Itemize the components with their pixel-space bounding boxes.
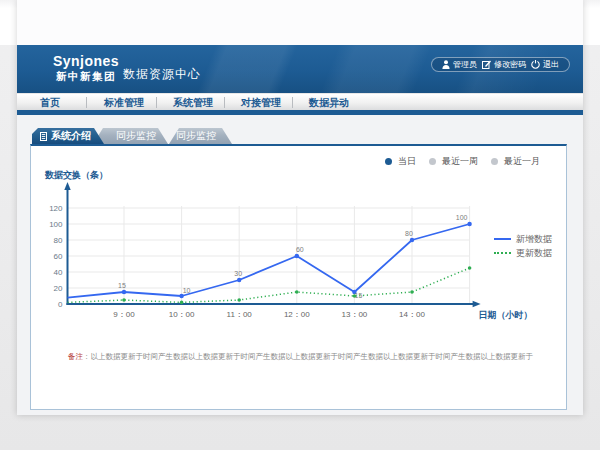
radio-dot-selected xyxy=(385,158,392,165)
nav-item-home[interactable]: 首页 xyxy=(40,94,60,111)
svg-text:120: 120 xyxy=(49,204,63,213)
logo-text-cn: 新中新集团 xyxy=(41,70,131,82)
nav-separator xyxy=(224,97,225,108)
radio-label: 当日 xyxy=(398,155,416,168)
svg-text:数据交换（条）: 数据交换（条） xyxy=(44,170,108,180)
radio-today[interactable]: 当日 xyxy=(385,155,416,168)
period-filter: 当日 最近一周 最近一月 xyxy=(372,155,540,168)
page: Synjones 新中新集团 数据资源中心 管理员 修改密码 xyxy=(17,0,583,415)
svg-text:40: 40 xyxy=(54,268,63,277)
chart-legend: 新增数据 更新数据 xyxy=(494,232,552,260)
tab-sync-monitor-2[interactable]: 同步监控 xyxy=(169,128,232,144)
line-chart: 0204060801001209：0010：0011：0012：0013：001… xyxy=(31,146,566,408)
svg-text:100: 100 xyxy=(456,214,468,221)
nav-item-system[interactable]: 系统管理 xyxy=(173,94,213,111)
svg-text:14：00: 14：00 xyxy=(399,310,425,319)
radio-dot xyxy=(491,158,498,165)
radio-label: 最近一周 xyxy=(442,155,478,168)
svg-text:20: 20 xyxy=(54,284,63,293)
legend-item-update-data: 更新数据 xyxy=(494,246,552,260)
radio-label: 最近一月 xyxy=(504,155,540,168)
nav-item-docking[interactable]: 对接管理 xyxy=(241,94,281,111)
nav-separator xyxy=(156,97,157,108)
logout-button[interactable]: 退出 xyxy=(531,59,559,70)
change-password-button[interactable]: 修改密码 xyxy=(482,59,526,70)
svg-text:10：00: 10：00 xyxy=(169,310,195,319)
document-icon xyxy=(40,132,47,141)
tab-system-intro[interactable]: 系统介绍 xyxy=(32,128,104,144)
username-label: 管理员 xyxy=(453,59,477,70)
svg-text:80: 80 xyxy=(54,236,63,245)
change-password-label: 修改密码 xyxy=(494,59,526,70)
tab-label: 系统介绍 xyxy=(51,129,91,143)
footnote-text: ：以上数据更新于时间产生数据以上数据更新于时间产生数据以上数据更新于时间产生数据… xyxy=(83,352,533,361)
svg-text:80: 80 xyxy=(405,230,413,237)
svg-text:15: 15 xyxy=(118,282,126,289)
svg-text:日期（小时）: 日期（小时） xyxy=(479,310,533,320)
radio-last-week[interactable]: 最近一周 xyxy=(429,155,478,168)
svg-text:60: 60 xyxy=(54,252,63,261)
nav-item-datachange[interactable]: 数据异动 xyxy=(309,94,349,111)
nav-separator xyxy=(292,97,293,108)
nav-separator xyxy=(86,97,87,108)
svg-text:13：00: 13：00 xyxy=(342,310,368,319)
header: Synjones 新中新集团 数据资源中心 管理员 修改密码 xyxy=(17,45,583,93)
user-icon xyxy=(442,60,450,69)
svg-text:100: 100 xyxy=(49,220,63,229)
tab-sync-monitor-1[interactable]: 同步监控 xyxy=(93,128,168,144)
svg-text:0: 0 xyxy=(58,300,63,309)
logout-label: 退出 xyxy=(543,59,559,70)
svg-text:10: 10 xyxy=(183,287,191,294)
legend-item-new-data: 新增数据 xyxy=(494,232,552,246)
svg-text:9：00: 9：00 xyxy=(113,310,135,319)
radio-last-month[interactable]: 最近一月 xyxy=(491,155,540,168)
main-nav: 首页 标准管理 系统管理 对接管理 数据异动 xyxy=(17,93,583,110)
logo: Synjones 新中新集团 xyxy=(41,54,131,82)
svg-text:11：00: 11：00 xyxy=(227,310,253,319)
logo-text-en: Synjones xyxy=(41,54,131,68)
legend-label: 更新数据 xyxy=(516,247,552,260)
legend-label: 新增数据 xyxy=(516,233,552,246)
current-user[interactable]: 管理员 xyxy=(442,59,477,70)
user-menu: 管理员 修改密码 退出 xyxy=(431,57,570,72)
nav-item-standard[interactable]: 标准管理 xyxy=(104,94,144,111)
page-title: 数据资源中心 xyxy=(123,66,201,83)
footnote-prefix: 备注 xyxy=(68,352,83,361)
edit-icon xyxy=(482,60,491,69)
svg-text:30: 30 xyxy=(234,270,242,277)
radio-dot xyxy=(429,158,436,165)
power-icon xyxy=(531,60,540,69)
legend-dotted-swatch xyxy=(494,252,511,254)
tab-label: 同步监控 xyxy=(176,129,216,143)
content-panel: 0204060801001209：0010：0011：0012：0013：001… xyxy=(30,144,567,410)
legend-line-swatch xyxy=(494,238,511,240)
svg-text:60: 60 xyxy=(296,246,304,253)
footnote: 备注：以上数据更新于时间产生数据以上数据更新于时间产生数据以上数据更新于时间产生… xyxy=(68,352,533,362)
tab-label: 同步监控 xyxy=(116,129,156,143)
svg-text:12：00: 12：00 xyxy=(284,310,310,319)
